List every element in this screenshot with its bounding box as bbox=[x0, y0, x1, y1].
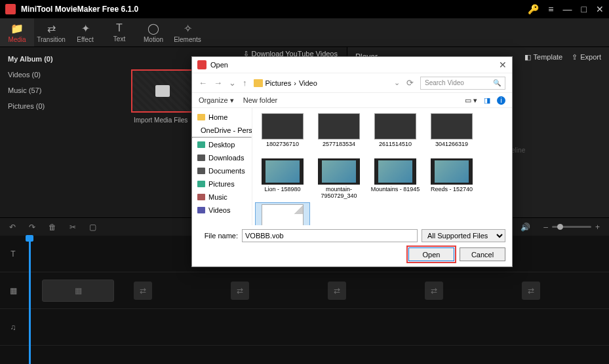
transition-slot[interactable]: ⇄ bbox=[425, 282, 443, 300]
cancel-button[interactable]: Cancel bbox=[460, 247, 505, 261]
toolbar-media[interactable]: 📁Media bbox=[0, 18, 34, 46]
app-logo-icon bbox=[5, 4, 16, 14]
open-button[interactable]: Open bbox=[408, 247, 454, 261]
import-media-button[interactable] bbox=[131, 69, 194, 113]
menu-icon[interactable]: ≡ bbox=[548, 4, 553, 14]
split-icon[interactable]: ✂ bbox=[69, 223, 76, 232]
playhead[interactable] bbox=[29, 236, 31, 364]
nav-item[interactable]: Desktop bbox=[192, 138, 252, 151]
template-button[interactable]: ◧ Template bbox=[524, 53, 563, 62]
toolbar-text[interactable]: TText bbox=[102, 18, 136, 46]
transition-slot[interactable]: ⇄ bbox=[231, 282, 249, 300]
file-thumbnail[interactable]: 1802736710 bbox=[255, 112, 310, 156]
filename-label: File name: bbox=[199, 232, 238, 240]
zoom-in-icon[interactable]: + bbox=[595, 223, 600, 232]
breadcrumb[interactable]: Pictures › Video ⌄ bbox=[254, 79, 401, 87]
sidebar-item[interactable]: Videos (0) bbox=[7, 67, 117, 82]
nav-item[interactable]: Pictures bbox=[192, 177, 252, 191]
view-mode-icon[interactable]: ▭ ▾ bbox=[465, 96, 477, 105]
nav-up-icon[interactable]: ↑ bbox=[243, 78, 247, 88]
toolbar-motion[interactable]: ◯Motion bbox=[136, 18, 170, 46]
nav-item[interactable]: Home bbox=[192, 111, 252, 124]
nav-item[interactable]: OneDrive - Pers bbox=[192, 124, 252, 137]
new-folder-button[interactable]: New folder bbox=[243, 96, 278, 104]
toolbar-transition[interactable]: ⇄Transition bbox=[34, 18, 68, 46]
sidebar: My Album (0) Videos (0)Music (57)Picture… bbox=[0, 47, 123, 217]
undo-icon[interactable]: ↶ bbox=[9, 223, 16, 232]
nav-item[interactable]: Downloads bbox=[192, 151, 252, 164]
zoom-slider[interactable]: – + bbox=[543, 223, 600, 232]
transition-slot[interactable]: ⇄ bbox=[328, 282, 346, 300]
folder-icon bbox=[254, 79, 263, 87]
file-thumbnail[interactable]: 3041266319 bbox=[424, 112, 479, 156]
video-clip[interactable]: ▦ bbox=[42, 280, 114, 302]
refresh-icon[interactable]: ⟳ bbox=[406, 78, 414, 88]
organize-menu[interactable]: Organize ▾ bbox=[199, 96, 234, 105]
minimize-icon[interactable]: ― bbox=[563, 4, 572, 14]
track-audio-icon[interactable]: ♫ bbox=[0, 323, 26, 332]
file-thumbnail[interactable]: mountain-7950729_340 bbox=[311, 157, 366, 201]
file-thumbnail[interactable]: Mountains - 81945 bbox=[368, 157, 423, 201]
search-input[interactable]: Search Video 🔍 bbox=[420, 77, 505, 90]
file-thumbnail[interactable]: 2611514510 bbox=[368, 112, 423, 156]
open-file-dialog: Open ✕ ← → ⌄ ↑ Pictures › Video ⌄ ⟳ Sear… bbox=[191, 56, 513, 267]
file-filter-select[interactable]: All Supported Files bbox=[422, 229, 505, 242]
preview-pane-icon[interactable]: ◨ bbox=[484, 96, 490, 105]
track-video-icon[interactable]: ▦ bbox=[0, 286, 26, 295]
folder-icon bbox=[155, 85, 170, 97]
sidebar-item[interactable]: Pictures (0) bbox=[7, 98, 117, 114]
search-icon: 🔍 bbox=[493, 79, 501, 86]
nav-item[interactable]: Music bbox=[192, 191, 252, 204]
info-icon[interactable]: i bbox=[497, 96, 505, 105]
main-toolbar: 📁Media⇄Transition✦EffectTText◯Motion✧Ele… bbox=[0, 18, 609, 47]
nav-item[interactable]: Videos bbox=[192, 204, 252, 217]
dialog-logo-icon bbox=[197, 60, 206, 69]
dialog-sidebar: HomeOneDrive - PersDesktopDownloadsDocum… bbox=[192, 108, 252, 225]
filename-input[interactable] bbox=[242, 229, 418, 242]
export-button[interactable]: ⇪ Export bbox=[572, 53, 601, 62]
close-icon[interactable]: ✕ bbox=[596, 4, 604, 14]
dialog-title: Open bbox=[210, 61, 228, 69]
speaker-icon[interactable]: 🔊 bbox=[521, 223, 530, 232]
sidebar-item[interactable]: Music (57) bbox=[7, 82, 117, 98]
redo-icon[interactable]: ↷ bbox=[29, 223, 35, 232]
file-thumbnail-selected[interactable]: VOBBB.vob bbox=[255, 202, 310, 225]
dialog-close-icon[interactable]: ✕ bbox=[499, 60, 507, 70]
toolbar-effect[interactable]: ✦Effect bbox=[68, 18, 102, 46]
app-title: MiniTool MovieMaker Free 6.1.0 bbox=[21, 5, 528, 14]
nav-forward-icon[interactable]: → bbox=[214, 78, 222, 88]
transition-slot[interactable]: ⇄ bbox=[134, 282, 152, 300]
titlebar: MiniTool MovieMaker Free 6.1.0 🔑 ≡ ― □ ✕ bbox=[0, 0, 609, 18]
sidebar-my-album[interactable]: My Album (0) bbox=[7, 51, 117, 67]
crop-icon[interactable]: ▢ bbox=[89, 223, 96, 232]
nav-recent-icon[interactable]: ⌄ bbox=[229, 78, 236, 88]
file-thumbnail[interactable]: Lion - 158980 bbox=[255, 157, 310, 201]
toolbar-elements[interactable]: ✧Elements bbox=[170, 18, 205, 46]
transition-slot[interactable]: ⇄ bbox=[522, 282, 540, 300]
delete-icon[interactable]: 🗑 bbox=[49, 223, 56, 232]
file-thumbnail[interactable]: Reeds - 152740 bbox=[424, 157, 479, 201]
nav-back-icon[interactable]: ← bbox=[199, 78, 207, 88]
key-icon[interactable]: 🔑 bbox=[528, 4, 539, 14]
file-list: 1802736710257718353426115145103041266319… bbox=[252, 108, 512, 225]
maximize-icon[interactable]: □ bbox=[581, 4, 587, 14]
file-thumbnail[interactable]: 2577183534 bbox=[311, 112, 366, 156]
nav-item[interactable]: Documents bbox=[192, 164, 252, 177]
track-text-icon[interactable]: T bbox=[0, 249, 26, 259]
zoom-out-icon[interactable]: – bbox=[543, 223, 548, 232]
